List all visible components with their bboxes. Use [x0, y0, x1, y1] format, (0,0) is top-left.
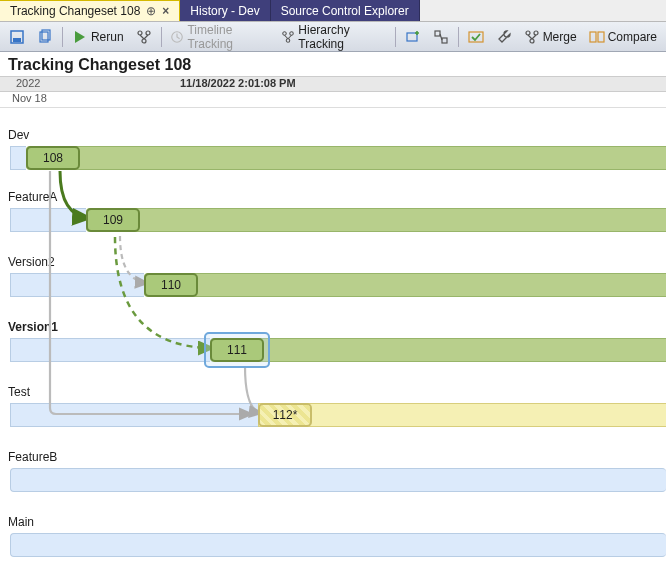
copy-icon[interactable] — [34, 27, 56, 47]
compare-label: Compare — [608, 30, 657, 44]
branch-label-main: Main — [8, 515, 34, 529]
lane-main-blue — [10, 533, 666, 557]
toolbar: Rerun Timeline Tracking Hierarchy Tracki… — [0, 22, 666, 52]
page-title: Tracking Changeset 108 — [0, 52, 666, 76]
svg-rect-12 — [407, 33, 417, 41]
header-month: Nov 18 — [12, 92, 47, 104]
close-icon[interactable]: × — [162, 4, 169, 18]
tracking-canvas[interactable]: Dev 108 FeatureA 109 Version2 110 Versio… — [0, 108, 666, 573]
lane-dev-green — [26, 146, 666, 170]
lane-v1-blue — [10, 338, 210, 362]
save-icon[interactable] — [6, 27, 28, 47]
lane-test-blue — [10, 403, 258, 427]
tab-bar: Tracking Changeset 108 ⊕ × History - Dev… — [0, 0, 666, 22]
svg-rect-13 — [435, 31, 440, 36]
branch-label-featureb: FeatureB — [8, 450, 57, 464]
timeline-subheader: Nov 18 — [0, 92, 666, 108]
svg-point-17 — [534, 31, 538, 35]
lane-v2-green — [144, 273, 666, 297]
lane-dev-blue — [10, 146, 26, 170]
compare-button[interactable]: Compare — [586, 27, 660, 47]
svg-point-16 — [526, 31, 530, 35]
svg-point-9 — [283, 31, 287, 35]
svg-point-18 — [530, 39, 534, 43]
changeset-110[interactable]: 110 — [144, 273, 198, 297]
wrench-icon[interactable] — [493, 27, 515, 47]
branch-label-test: Test — [8, 385, 30, 399]
tab-label: Source Control Explorer — [281, 4, 409, 18]
check-icon[interactable] — [465, 27, 487, 47]
add-box-icon[interactable] — [402, 27, 424, 47]
hierarchy-tracking-button[interactable]: Hierarchy Tracking — [278, 21, 389, 53]
svg-rect-1 — [13, 38, 21, 42]
lane-fb-blue — [10, 468, 666, 492]
hierarchy-label: Hierarchy Tracking — [298, 23, 386, 51]
svg-marker-4 — [75, 31, 85, 43]
header-year: 2022 — [16, 77, 40, 89]
branch-icon[interactable] — [133, 27, 155, 47]
boxes-icon[interactable] — [430, 27, 452, 47]
changeset-112[interactable]: 112* — [258, 403, 312, 427]
tab-history[interactable]: History - Dev — [180, 0, 270, 21]
tab-source-control[interactable]: Source Control Explorer — [271, 0, 420, 21]
tab-active[interactable]: Tracking Changeset 108 ⊕ × — [0, 0, 180, 21]
svg-rect-14 — [442, 38, 447, 43]
svg-point-6 — [146, 31, 150, 35]
lane-fa-blue — [10, 208, 86, 232]
timeline-label: Timeline Tracking — [187, 23, 269, 51]
header-date: 11/18/2022 2:01:08 PM — [180, 77, 296, 89]
lane-fa-green — [86, 208, 666, 232]
changeset-109[interactable]: 109 — [86, 208, 140, 232]
merge-button[interactable]: Merge — [521, 27, 580, 47]
tab-label: History - Dev — [190, 4, 259, 18]
svg-rect-20 — [598, 32, 604, 42]
svg-point-11 — [287, 38, 291, 42]
svg-rect-15 — [469, 32, 483, 42]
branch-label-version2: Version2 — [8, 255, 55, 269]
pin-icon[interactable]: ⊕ — [146, 4, 156, 18]
timeline-header: 2022 11/18/2022 2:01:08 PM — [0, 76, 666, 92]
changeset-111[interactable]: 111 — [210, 338, 264, 362]
tab-label: Tracking Changeset 108 — [10, 4, 140, 18]
branch-label-featurea: FeatureA — [8, 190, 57, 204]
svg-rect-19 — [590, 32, 596, 42]
svg-point-5 — [138, 31, 142, 35]
rerun-label: Rerun — [91, 30, 124, 44]
rerun-button[interactable]: Rerun — [69, 27, 127, 47]
merge-label: Merge — [543, 30, 577, 44]
svg-point-7 — [142, 39, 146, 43]
svg-point-10 — [290, 31, 294, 35]
branch-label-dev: Dev — [8, 128, 29, 142]
lane-v2-blue — [10, 273, 144, 297]
lane-v1-green — [210, 338, 666, 362]
changeset-108[interactable]: 108 — [26, 146, 80, 170]
timeline-tracking-button[interactable]: Timeline Tracking — [167, 21, 272, 53]
branch-label-version1: Version1 — [8, 320, 58, 334]
lane-test-yellow — [258, 403, 666, 427]
